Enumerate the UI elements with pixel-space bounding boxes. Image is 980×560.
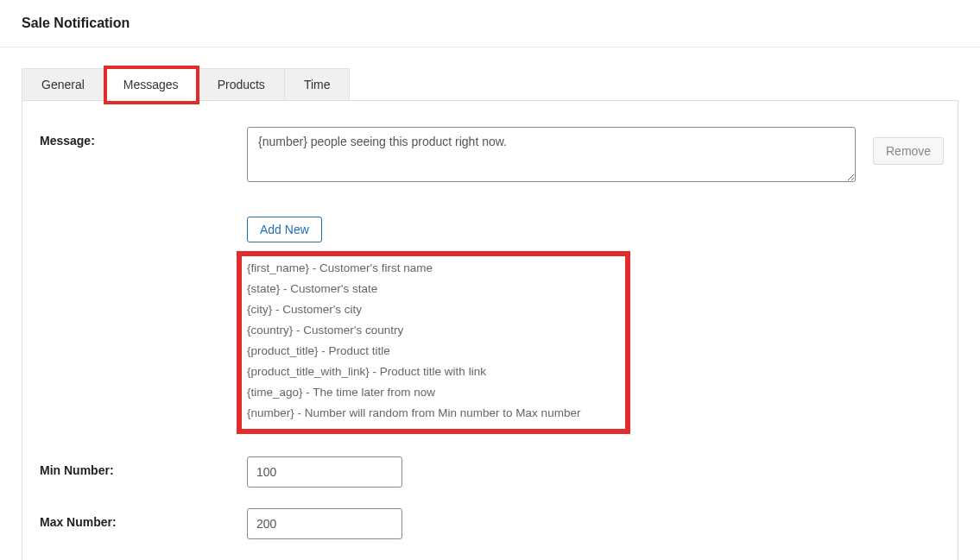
add-new-button[interactable]: Add New	[247, 217, 322, 242]
remove-button[interactable]: Remove	[873, 137, 944, 165]
placeholder-city: {city} - Customer's city	[247, 299, 620, 320]
placeholder-number: {number} - Number will random from Min n…	[247, 403, 620, 424]
placeholders-box: {first_name} - Customer's first name {st…	[247, 258, 620, 424]
min-number-input[interactable]	[247, 456, 402, 488]
min-number-row: Min Number:	[40, 456, 940, 488]
message-label: Message:	[40, 127, 247, 148]
placeholder-time-ago: {time_ago} - The time later from now	[247, 382, 620, 403]
below-content: Add New {first_name} - Customer's first …	[247, 203, 940, 424]
tab-messages-wrap: Messages	[104, 68, 198, 101]
min-number-label: Min Number:	[40, 456, 247, 477]
placeholder-product-title: {product_title} - Product title	[247, 341, 620, 362]
content-wrapper: General Messages Products Time Message: …	[0, 47, 980, 560]
message-input[interactable]	[247, 127, 856, 182]
page-title: Sale Notification	[0, 0, 980, 47]
placeholder-country: {country} - Customer's country	[247, 320, 620, 341]
message-field: Remove	[247, 127, 944, 182]
max-number-input[interactable]	[247, 508, 402, 539]
min-number-field	[247, 456, 940, 488]
placeholder-product-title-link: {product_title_with_link} - Product titl…	[247, 362, 620, 382]
tab-time[interactable]: Time	[284, 68, 351, 101]
tabs: General Messages Products Time	[22, 68, 958, 101]
settings-panel: Message: Remove Add New {first_name} - C…	[22, 100, 958, 560]
placeholder-first-name: {first_name} - Customer's first name	[247, 258, 620, 279]
tab-general[interactable]: General	[22, 68, 104, 101]
max-number-label: Max Number:	[40, 508, 247, 529]
placeholder-state: {state} - Customer's state	[247, 279, 620, 299]
tab-products[interactable]: Products	[198, 68, 285, 101]
max-number-row: Max Number:	[40, 508, 940, 539]
max-number-field	[247, 508, 940, 539]
tab-messages[interactable]: Messages	[104, 68, 199, 101]
below-message-row: Add New {first_name} - Customer's first …	[40, 203, 940, 424]
offset-spacer	[40, 203, 247, 424]
message-row: Message: Remove	[40, 127, 940, 182]
